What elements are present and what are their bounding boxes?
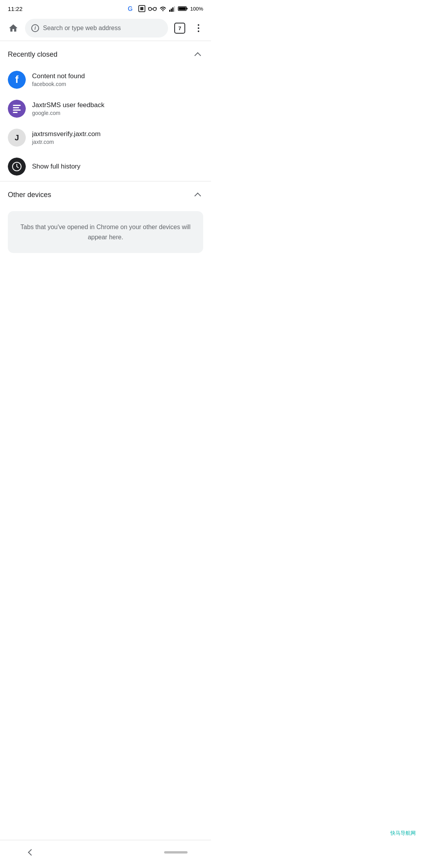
google-lines-icon — [12, 104, 21, 114]
history-item-text-google: JaxtrSMS user feedback google.com — [32, 101, 104, 116]
history-item-url-jaxtr: jaxtr.com — [32, 139, 100, 145]
status-icons: G — [128, 5, 203, 13]
favicon-facebook: f — [8, 71, 26, 89]
google-icon: G — [128, 5, 136, 13]
history-item-title-full: Show full history — [32, 163, 80, 170]
history-item-facebook[interactable]: f Content not found facebook.com — [0, 65, 211, 94]
wifi-icon — [159, 5, 167, 12]
battery-icon — [178, 5, 188, 12]
address-bar-text: Search or type web address — [43, 25, 121, 32]
three-dots-icon — [198, 24, 199, 32]
tab-count-button[interactable]: 7 — [172, 20, 188, 36]
history-item-text-full: Show full history — [32, 163, 80, 170]
svg-text:G: G — [128, 5, 132, 12]
history-item-url-facebook: facebook.com — [32, 81, 85, 87]
history-item-google[interactable]: JaxtrSMS user feedback google.com — [0, 94, 211, 123]
home-button[interactable] — [5, 20, 21, 36]
other-devices-empty-box: Tabs that you've opened in Chrome on you… — [8, 211, 203, 253]
svg-rect-7 — [172, 7, 173, 12]
home-icon — [8, 23, 18, 33]
box-icon — [138, 5, 146, 13]
battery-percentage: 100% — [190, 6, 203, 12]
more-menu-button[interactable] — [191, 21, 206, 35]
other-devices-header: Other devices — [0, 181, 211, 206]
jaxtr-logo: J — [8, 129, 26, 147]
history-item-title-google: JaxtrSMS user feedback — [32, 101, 104, 109]
svg-point-3 — [148, 7, 152, 11]
recently-closed-chevron[interactable] — [192, 49, 203, 60]
other-devices-chevron-up-icon — [195, 193, 201, 199]
history-item-jaxtr[interactable]: J jaxtrsmsverify.jaxtr.com jaxtr.com — [0, 123, 211, 152]
recently-closed-title: Recently closed — [8, 50, 57, 59]
status-bar: 11:22 G — [0, 0, 211, 16]
svg-rect-5 — [169, 10, 170, 12]
svg-rect-10 — [179, 7, 186, 10]
svg-rect-11 — [186, 8, 188, 9]
signal-icon — [169, 5, 175, 12]
favicon-history — [8, 158, 26, 176]
browser-toolbar: i Search or type web address 7 — [0, 16, 211, 41]
clock-icon — [12, 161, 22, 172]
history-item-title-facebook: Content not found — [32, 72, 85, 80]
history-item-text-jaxtr: jaxtrsmsverify.jaxtr.com jaxtr.com — [32, 130, 100, 145]
favicon-google — [8, 100, 26, 118]
glasses-icon — [148, 5, 157, 12]
address-bar[interactable]: i Search or type web address — [25, 19, 168, 38]
history-item-title-jaxtr: jaxtrsmsverify.jaxtr.com — [32, 130, 100, 138]
recently-closed-header: Recently closed — [0, 41, 211, 65]
status-time: 11:22 — [8, 5, 23, 12]
history-item-url-google: google.com — [32, 110, 104, 116]
google-logo — [8, 100, 26, 118]
other-devices-chevron[interactable] — [192, 189, 203, 200]
favicon-jaxtr: J — [8, 129, 26, 147]
tab-count-box: 7 — [174, 23, 185, 34]
facebook-logo: f — [8, 71, 26, 89]
other-devices-empty-text: Tabs that you've opened in Chrome on you… — [20, 224, 190, 240]
svg-rect-2 — [140, 7, 143, 10]
other-devices-title: Other devices — [8, 191, 51, 199]
svg-rect-8 — [174, 6, 175, 12]
history-item-show-full[interactable]: Show full history — [0, 152, 211, 181]
history-item-text-facebook: Content not found facebook.com — [32, 72, 85, 87]
svg-point-4 — [153, 7, 156, 11]
chevron-up-icon — [195, 52, 201, 59]
history-clock-logo — [8, 158, 26, 176]
main-content: Recently closed f Content not found face… — [0, 41, 211, 253]
info-icon: i — [31, 24, 39, 32]
svg-rect-6 — [171, 9, 172, 12]
